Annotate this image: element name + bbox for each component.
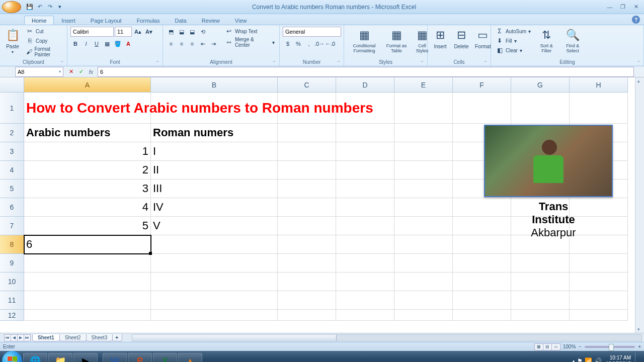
taskbar-clock[interactable]: 10:17 AM 12/17/2017 xyxy=(606,355,631,362)
cell-D7[interactable] xyxy=(336,217,394,235)
align-left-icon[interactable]: ≡ xyxy=(166,39,176,49)
cell-F12[interactable] xyxy=(453,310,511,321)
tray-up-icon[interactable]: ▴ xyxy=(572,357,575,362)
align-bottom-icon[interactable]: ⬓ xyxy=(187,27,197,37)
cell-B9[interactable] xyxy=(151,254,278,273)
find-select-button[interactable]: 🔍Find & Select xyxy=(560,27,585,55)
cell-A2[interactable]: Arabic numbers xyxy=(24,124,151,142)
sheet-nav-prev-icon[interactable]: ◀ xyxy=(11,334,18,341)
row-header-5[interactable]: 5 xyxy=(0,179,24,198)
tab-data[interactable]: Data xyxy=(167,16,194,25)
worksheet-grid[interactable]: A B C D E F G H 1 2 3 4 5 6 7 8 9 10 11 … xyxy=(0,77,644,333)
underline-button[interactable]: U xyxy=(92,39,102,49)
row-header-11[interactable]: 11 xyxy=(0,291,24,310)
cell-A12[interactable] xyxy=(24,310,151,321)
cell-D6[interactable] xyxy=(336,198,394,217)
view-page-layout-icon[interactable]: ▤ xyxy=(543,343,552,350)
cell-E2[interactable] xyxy=(394,124,453,142)
conditional-formatting-button[interactable]: ▦Conditional Formatting xyxy=(347,27,381,55)
taskbar-vlc-icon[interactable]: ▲ xyxy=(178,353,202,362)
tab-review[interactable]: Review xyxy=(194,16,227,25)
tray-volume-icon[interactable]: 🔊 xyxy=(594,357,602,362)
cell-D3[interactable] xyxy=(336,142,394,161)
row-header-12[interactable]: 12 xyxy=(0,310,24,321)
confirm-edit-icon[interactable]: ✓ xyxy=(76,67,86,76)
cell-D9[interactable] xyxy=(336,254,394,273)
sheet-nav-next-icon[interactable]: ▶ xyxy=(17,334,24,341)
row-header-9[interactable]: 9 xyxy=(0,254,24,273)
sheet-tab-3[interactable]: Sheet3 xyxy=(86,334,113,341)
horizontal-scrollbar[interactable] xyxy=(132,334,642,341)
row-header-10[interactable]: 10 xyxy=(0,273,24,291)
help-icon[interactable]: ? xyxy=(632,16,640,24)
cell-A6[interactable]: 4 xyxy=(24,198,151,217)
cell-A9[interactable] xyxy=(24,254,151,273)
cell-C12[interactable] xyxy=(278,310,336,321)
cell-A3[interactable]: 1 xyxy=(24,142,151,161)
cell-B6[interactable]: IV xyxy=(151,198,278,217)
cell-C2[interactable] xyxy=(278,124,336,142)
increase-font-icon[interactable]: A▴ xyxy=(133,27,143,37)
col-header-F[interactable]: F xyxy=(453,77,511,93)
cell-D2[interactable] xyxy=(336,124,394,142)
border-button[interactable]: ▦ xyxy=(102,39,112,49)
zoom-out-icon[interactable]: − xyxy=(579,344,582,349)
cell-B2[interactable]: Roman numers xyxy=(151,124,278,142)
col-header-B[interactable]: B xyxy=(151,77,278,93)
cell-E4[interactable] xyxy=(394,161,453,179)
formula-input[interactable] xyxy=(98,67,634,77)
cell-C11[interactable] xyxy=(278,291,336,310)
cell-F7[interactable] xyxy=(453,217,511,235)
embedded-photo[interactable] xyxy=(484,125,613,197)
cell-E9[interactable] xyxy=(394,254,453,273)
cell-C10[interactable] xyxy=(278,273,336,291)
fill-color-button[interactable]: 🪣 xyxy=(113,39,123,49)
col-header-H[interactable]: H xyxy=(570,77,628,93)
cell-B11[interactable] xyxy=(151,291,278,310)
cell-B4[interactable]: II xyxy=(151,161,278,179)
decrease-decimal-icon[interactable]: ←.0 xyxy=(325,39,335,49)
sheet-nav-first-icon[interactable]: ⏮ xyxy=(4,334,11,341)
cell-C6[interactable] xyxy=(278,198,336,217)
orientation-icon[interactable]: ⟲ xyxy=(198,27,208,37)
cell-A11[interactable] xyxy=(24,291,151,310)
cell-B3[interactable]: I xyxy=(151,142,278,161)
bold-button[interactable]: B xyxy=(70,39,80,49)
decrease-indent-icon[interactable]: ⇤ xyxy=(198,39,208,49)
sheet-nav-last-icon[interactable]: ⏭ xyxy=(24,334,31,341)
name-box[interactable]: A8 xyxy=(15,67,63,77)
save-icon[interactable]: 💾 xyxy=(25,3,34,12)
cell-F6[interactable] xyxy=(453,198,511,217)
tray-flag-icon[interactable]: ⚑ xyxy=(577,357,583,362)
view-normal-icon[interactable]: ▦ xyxy=(534,343,543,350)
cell-F10[interactable] xyxy=(453,273,511,291)
tab-formulas[interactable]: Formulas xyxy=(129,16,168,25)
cell-B5[interactable]: III xyxy=(151,179,278,198)
cell-C8[interactable] xyxy=(278,235,336,254)
tab-page-layout[interactable]: Page Layout xyxy=(83,16,129,25)
col-header-A[interactable]: A xyxy=(24,77,151,93)
cell-G10[interactable] xyxy=(511,273,570,291)
row-header-4[interactable]: 4 xyxy=(0,161,24,179)
cell-G1[interactable] xyxy=(511,93,570,124)
cell-B12[interactable] xyxy=(151,310,278,321)
cell-A7[interactable]: 5 xyxy=(24,217,151,235)
row-header-6[interactable]: 6 xyxy=(0,198,24,217)
cell-B7[interactable]: V xyxy=(151,217,278,235)
cell-F11[interactable] xyxy=(453,291,511,310)
fill-button[interactable]: ⬇Fill ▾ xyxy=(494,36,532,45)
align-center-icon[interactable]: ≡ xyxy=(177,39,187,49)
format-painter-button[interactable]: 🖌Format Painter xyxy=(24,46,64,58)
undo-icon[interactable]: ↶ xyxy=(35,3,44,12)
taskbar-media-icon[interactable]: ▶ xyxy=(73,353,98,362)
col-header-E[interactable]: E xyxy=(394,77,453,93)
cell-C5[interactable] xyxy=(278,179,336,198)
cell-A1[interactable]: How to Convert Arabic numbers to Roman n… xyxy=(24,93,151,124)
taskbar-excel-icon[interactable]: X xyxy=(153,353,177,362)
cell-B8[interactable] xyxy=(151,235,278,254)
format-cells-button[interactable]: ▭Format xyxy=(473,27,493,50)
cell-H12[interactable] xyxy=(570,310,628,321)
cell-C7[interactable] xyxy=(278,217,336,235)
zoom-level[interactable]: 100% xyxy=(563,344,576,349)
percent-icon[interactable]: % xyxy=(293,39,303,49)
